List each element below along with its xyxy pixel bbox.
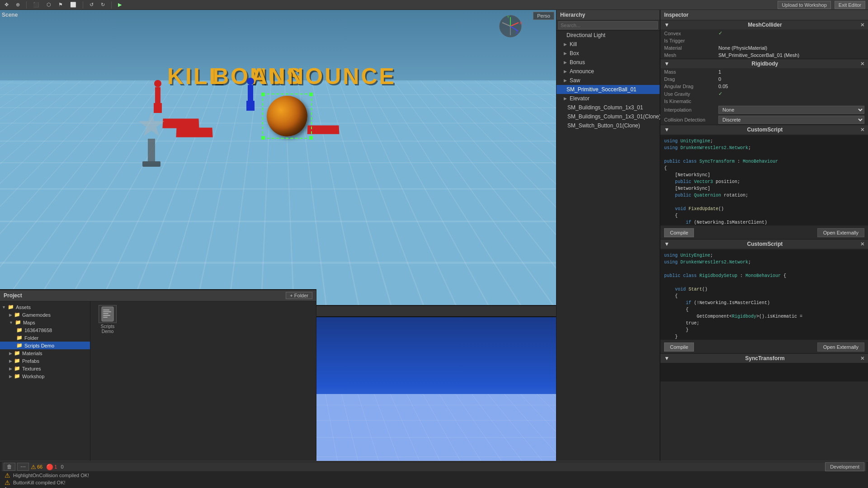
hierarchy-soccerball[interactable]: SM_Primitive_SoccerBall_01: [557, 85, 660, 94]
hierarchy-item-label: SM_Buildings_Column_1x3_01(Clone): [567, 113, 661, 120]
axis-gizmo: X Y Z: [499, 14, 522, 38]
prefabs-label: Prefabs: [22, 358, 39, 364]
hierarchy-item-label: Announce: [570, 68, 594, 75]
rb-collision-select[interactable]: DiscreteContinuousContinuousDynamic: [718, 116, 864, 124]
convex-value: ✓: [718, 30, 864, 36]
textures-label: Textures: [22, 366, 41, 371]
workshop-label: Workshop: [22, 374, 44, 379]
rigidbody-close[interactable]: ✕: [860, 61, 864, 67]
hierarchy-column-1[interactable]: SM_Buildings_Column_1x3_01: [557, 103, 660, 112]
status-info-icon: ℹ: [5, 486, 7, 488]
redo-tool[interactable]: ↻: [99, 1, 107, 8]
mesh-collider-header[interactable]: ▼ MeshCollider ✕: [660, 20, 868, 29]
toolbar: ✥ ⊕ ⬛ ⬡ ⚑ ⬜ ↺ ↻ ▶ Upload to Workshop Exi…: [0, 0, 868, 10]
custom-script-1-header[interactable]: ▼ CustomScript ✕: [660, 125, 868, 134]
tree-folder[interactable]: 📁 Folder: [0, 334, 90, 342]
maps-icon: 📁: [15, 319, 21, 325]
sync-transform-header[interactable]: ▼ SyncTransform ✕: [660, 354, 868, 363]
hierarchy-column-2[interactable]: SM_Buildings_Column_1x3_01(Clone): [557, 112, 660, 121]
scripts-demo-label: Scripts Demo: [24, 343, 54, 348]
hierarchy-item-label: Kill: [570, 41, 577, 47]
hierarchy-box[interactable]: ▶ Box: [557, 49, 660, 58]
cs1-compile-button[interactable]: Compile: [664, 228, 694, 237]
error-counter: 🔴 1: [46, 464, 57, 470]
separator-3: [111, 1, 112, 9]
material-value: None (PhysicMaterial): [718, 45, 864, 51]
svg-rect-17: [103, 317, 108, 318]
tree-maps[interactable]: ▼ 📁 Maps: [0, 319, 90, 326]
tree-textures[interactable]: ▶ 📁 Textures: [0, 365, 90, 372]
tree-workshop[interactable]: ▶ 📁 Workshop: [0, 372, 90, 380]
hierarchy-kill[interactable]: ▶ Kill: [557, 40, 660, 49]
arrow-icon: ▶: [564, 78, 567, 83]
cube-tool[interactable]: ⬜: [68, 1, 78, 8]
custom-script-2-header[interactable]: ▼ CustomScript ✕: [660, 239, 868, 249]
materials-label: Materials: [22, 351, 42, 356]
rb-drag: Drag 0: [660, 75, 868, 83]
cs2-close[interactable]: ✕: [860, 241, 864, 247]
tree-materials[interactable]: ▶ 📁 Materials: [0, 349, 90, 357]
materials-icon: 📁: [14, 350, 20, 356]
status-warn-icon-1: ⚠: [5, 472, 10, 479]
hierarchy-bonus[interactable]: ▶ Bonus: [557, 58, 660, 67]
scene-view[interactable]: KILL BONUS ANNOUNCE: [0, 10, 556, 305]
file-scripts-demo[interactable]: ScriptsDemo: [94, 305, 121, 334]
grid-tool[interactable]: ⬡: [45, 1, 53, 8]
svg-rect-13: [103, 310, 109, 310]
svg-rect-15: [103, 313, 108, 314]
arrow-icon: ▶: [564, 69, 567, 74]
cs1-code[interactable]: using UnityEngine; using DrunkenWrestler…: [660, 135, 868, 225]
rigidbody-header[interactable]: ▼ Rigidbody ✕: [660, 59, 868, 68]
status-msg-2: ButtonKill compiled OK!: [13, 480, 66, 485]
cs2-code[interactable]: using UnityEngine; using DrunkenWrestler…: [660, 249, 868, 340]
tree-scripts-demo[interactable]: 📁 Scripts Demo: [0, 342, 90, 349]
scripts-demo-file-icon: [99, 305, 117, 323]
prefabs-arrow: ▶: [9, 359, 12, 363]
cs2-open-externally-button[interactable]: Open Externally: [817, 343, 864, 352]
cs1-open-externally-button[interactable]: Open Externally: [817, 228, 864, 237]
tree-prefabs[interactable]: ▶ 📁 Prefabs: [0, 357, 90, 365]
cs1-close[interactable]: ✕: [860, 127, 864, 133]
rb-angular-drag: Angular Drag 0.05: [660, 83, 868, 90]
cs1-compile-row: Compile Open Externally: [660, 226, 868, 239]
svg-rect-16: [103, 315, 110, 316]
tree-1636[interactable]: 📁 1636478658: [0, 326, 90, 334]
hierarchy-item-label: Saw: [570, 77, 580, 84]
hierarchy-search-input[interactable]: [558, 21, 658, 29]
undo-tool[interactable]: ↺: [88, 1, 95, 8]
tree-gamemodes[interactable]: ▶ 📁 Gamemodes: [0, 311, 90, 319]
gamemodes-arrow: ▶: [9, 313, 12, 317]
arrow-icon: ▶: [564, 96, 567, 101]
play-button[interactable]: ▶: [116, 1, 123, 8]
perso-button[interactable]: Perso: [533, 12, 554, 20]
mesh-collider-close[interactable]: ✕: [860, 22, 864, 28]
hierarchy-directional-light[interactable]: Directional Light: [557, 31, 660, 40]
rb-use-gravity: Use Gravity ✓: [660, 90, 868, 98]
rb-interpolation-select[interactable]: NoneInterpolateExtrapolate: [718, 106, 864, 114]
hierarchy-announce[interactable]: ▶ Announce: [557, 67, 660, 76]
status-msg-1: HighlightOnCollision compiled OK!: [13, 473, 89, 478]
project-title: Project: [4, 292, 22, 299]
folder-icon: 📁: [16, 335, 23, 341]
st-close[interactable]: ✕: [860, 356, 864, 361]
hierarchy-elevator[interactable]: ▶ Elevator: [557, 94, 660, 103]
add-folder-button[interactable]: + Folder: [286, 292, 312, 299]
dev-button[interactable]: Development: [825, 462, 864, 471]
play-mode-tool[interactable]: ⬛: [31, 1, 41, 8]
hierarchy-switch[interactable]: SM_Switch_Button_01(Clone): [557, 121, 660, 130]
dots-button[interactable]: ⋯: [17, 463, 29, 471]
project-content: ▼ 📁 Assets ▶ 📁 Gamemodes ▼ 📁 Maps 📁 1636…: [0, 301, 316, 461]
flag-tool[interactable]: ⚑: [57, 1, 65, 8]
cs2-compile-button[interactable]: Compile: [664, 343, 694, 352]
maps-label: Maps: [23, 320, 35, 325]
upload-to-workshop-button[interactable]: Upload to Workshop: [778, 1, 830, 9]
mesh-collider-component: ▼ MeshCollider ✕ Convex ✓ Is Trigger Mat…: [660, 20, 868, 59]
move-tool[interactable]: ✥: [3, 1, 10, 8]
add-tool[interactable]: ⊕: [14, 1, 22, 8]
exit-editor-button[interactable]: Exit Editor: [835, 1, 865, 9]
hierarchy-saw[interactable]: ▶ Saw: [557, 76, 660, 85]
hierarchy-item-label: Directional Light: [566, 32, 605, 38]
character-blue-scene: [246, 78, 255, 111]
trash-button[interactable]: 🗑: [4, 463, 15, 471]
tree-assets[interactable]: ▼ 📁 Assets: [0, 303, 90, 311]
